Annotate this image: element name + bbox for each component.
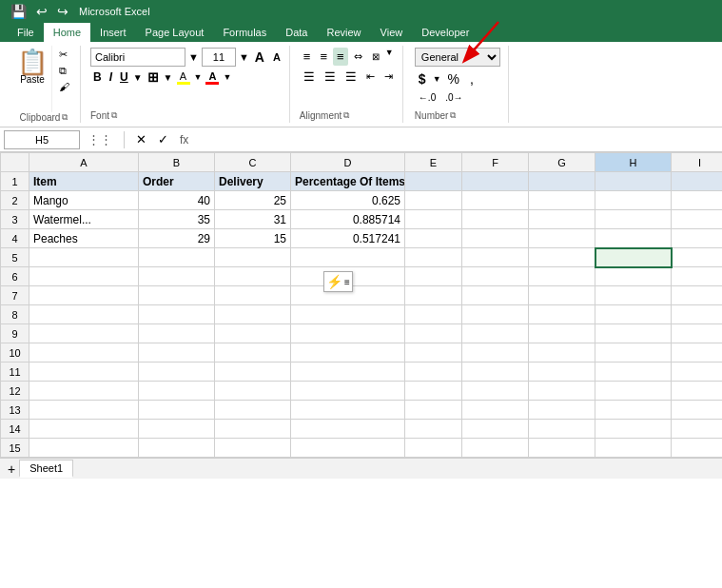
cell-G3[interactable] xyxy=(529,210,595,229)
cell-C5[interactable] xyxy=(215,248,291,267)
font-name-input[interactable] xyxy=(90,48,185,67)
cell-F11[interactable] xyxy=(462,363,529,382)
cell-A3[interactable]: Watermel... xyxy=(29,210,139,229)
decrease-decimal-button[interactable]: .0→ xyxy=(441,90,466,105)
italic-button[interactable]: I xyxy=(107,69,115,85)
cell-F5[interactable] xyxy=(462,248,529,267)
copy-button[interactable]: ⧉ xyxy=(56,64,72,78)
fill-color-dropdown[interactable]: ▼ xyxy=(194,72,203,82)
cell-H1[interactable] xyxy=(595,172,672,191)
cell-E2[interactable] xyxy=(405,191,462,210)
paste-button[interactable]: 📋 Paste xyxy=(13,46,52,112)
cell-reference-input[interactable]: H5 xyxy=(4,130,80,149)
cell-I2[interactable] xyxy=(672,191,723,210)
cell-C1[interactable]: Delivery xyxy=(215,172,291,191)
col-header-B[interactable]: B xyxy=(139,153,215,172)
merge-dropdown-icon[interactable]: ▼ xyxy=(385,48,394,66)
cell-F4[interactable] xyxy=(462,229,529,248)
font-color-dropdown[interactable]: ▼ xyxy=(223,72,231,82)
cell-C15[interactable] xyxy=(215,439,291,458)
tab-page-layout[interactable]: Page Layout xyxy=(136,23,214,42)
cell-B1[interactable]: Order xyxy=(139,172,215,191)
cell-I8[interactable] xyxy=(672,305,723,324)
cell-E15[interactable] xyxy=(405,439,462,458)
cell-E13[interactable] xyxy=(405,401,462,420)
decrease-indent-button[interactable]: ⇤ xyxy=(362,68,379,86)
cell-H3[interactable] xyxy=(595,210,672,229)
cell-C3[interactable]: 31 xyxy=(215,210,291,229)
cell-C4[interactable]: 15 xyxy=(215,229,291,248)
tab-formulas[interactable]: Formulas xyxy=(213,23,276,42)
cell-G1[interactable] xyxy=(529,172,595,191)
cell-G2[interactable] xyxy=(529,191,595,210)
dollar-dropdown-icon[interactable]: ▼ xyxy=(433,74,441,84)
alignment-expand-icon[interactable]: ⧉ xyxy=(343,110,349,121)
cell-H7[interactable] xyxy=(595,286,672,305)
cell-B10[interactable] xyxy=(139,343,215,363)
cell-H15[interactable] xyxy=(595,439,672,458)
cell-C9[interactable] xyxy=(215,324,291,343)
cell-E11[interactable] xyxy=(405,363,462,382)
cell-E14[interactable] xyxy=(405,420,462,439)
cell-H5[interactable] xyxy=(595,248,672,267)
cell-D8[interactable] xyxy=(291,305,405,324)
cell-E6[interactable] xyxy=(405,267,462,286)
cell-A8[interactable] xyxy=(29,305,139,324)
font-size-input[interactable] xyxy=(202,48,236,67)
cell-G4[interactable] xyxy=(529,229,595,248)
tab-data[interactable]: Data xyxy=(276,23,317,42)
cell-F14[interactable] xyxy=(462,420,529,439)
cell-F10[interactable] xyxy=(462,343,529,363)
cell-F1[interactable] xyxy=(462,172,529,191)
cell-G14[interactable] xyxy=(529,420,595,439)
cell-E12[interactable] xyxy=(405,382,462,401)
fx-button[interactable]: fx xyxy=(176,133,192,147)
dollar-button[interactable]: $ xyxy=(415,69,430,88)
tab-developer[interactable]: Developer xyxy=(412,23,478,42)
cell-B2[interactable]: 40 xyxy=(139,191,215,210)
cell-B9[interactable] xyxy=(139,324,215,343)
cell-H14[interactable] xyxy=(595,420,672,439)
align-left-button[interactable]: ☰ xyxy=(300,68,319,86)
cell-I5[interactable] xyxy=(672,248,723,267)
cell-B3[interactable]: 35 xyxy=(139,210,215,229)
tab-home[interactable]: Home xyxy=(44,23,90,42)
cell-F2[interactable] xyxy=(462,191,529,210)
tab-file[interactable]: File xyxy=(8,23,44,42)
col-header-F[interactable]: F xyxy=(462,153,529,172)
cell-G10[interactable] xyxy=(529,343,595,363)
cell-G11[interactable] xyxy=(529,363,595,382)
cell-G9[interactable] xyxy=(529,324,595,343)
cell-B14[interactable] xyxy=(139,420,215,439)
cell-E8[interactable] xyxy=(405,305,462,324)
cell-F13[interactable] xyxy=(462,401,529,420)
increase-font-size-button[interactable]: A xyxy=(252,49,267,66)
cell-C11[interactable] xyxy=(215,363,291,382)
cell-I3[interactable] xyxy=(672,210,723,229)
align-top-left-button[interactable]: ≡ xyxy=(300,48,315,66)
cell-H4[interactable] xyxy=(595,229,672,248)
cell-H11[interactable] xyxy=(595,363,672,382)
cell-C14[interactable] xyxy=(215,420,291,439)
cell-B15[interactable] xyxy=(139,439,215,458)
cell-A15[interactable] xyxy=(29,439,139,458)
undo-button[interactable]: ↩ xyxy=(33,3,50,20)
align-right-button[interactable]: ☰ xyxy=(341,68,361,86)
cell-B11[interactable] xyxy=(139,363,215,382)
redo-button[interactable]: ↪ xyxy=(54,3,71,20)
col-header-C[interactable]: C xyxy=(215,153,291,172)
cell-C6[interactable] xyxy=(215,267,291,286)
cell-H10[interactable] xyxy=(595,343,672,363)
cell-B13[interactable] xyxy=(139,401,215,420)
cell-A5[interactable] xyxy=(29,248,139,267)
fill-color-button[interactable]: A xyxy=(175,69,192,86)
cell-A1[interactable]: Item xyxy=(29,172,139,191)
cell-A7[interactable] xyxy=(29,286,139,305)
formula-bar-toggle-icon[interactable]: ⋮⋮ xyxy=(84,131,116,147)
cell-B12[interactable] xyxy=(139,382,215,401)
cell-H13[interactable] xyxy=(595,401,672,420)
cell-E5[interactable] xyxy=(405,248,462,267)
col-header-H[interactable]: H xyxy=(595,153,672,172)
cell-D1[interactable]: Percentage Of Items Delivered xyxy=(291,172,405,191)
cell-A9[interactable] xyxy=(29,324,139,343)
